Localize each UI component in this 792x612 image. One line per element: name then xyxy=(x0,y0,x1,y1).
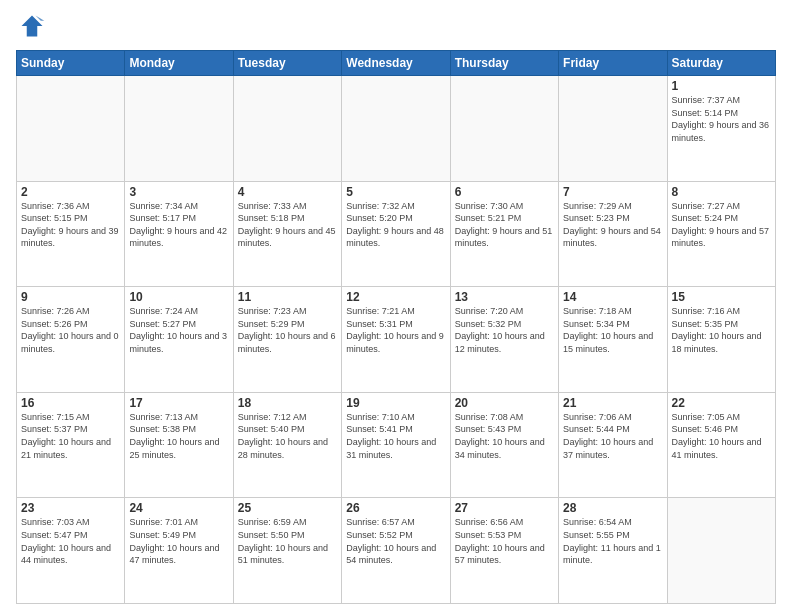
weekday-header: Monday xyxy=(125,51,233,76)
day-info: Sunrise: 6:56 AM Sunset: 5:53 PM Dayligh… xyxy=(455,516,554,566)
day-info: Sunrise: 7:10 AM Sunset: 5:41 PM Dayligh… xyxy=(346,411,445,461)
calendar-table: SundayMondayTuesdayWednesdayThursdayFrid… xyxy=(16,50,776,604)
svg-marker-1 xyxy=(36,16,45,21)
day-info: Sunrise: 7:32 AM Sunset: 5:20 PM Dayligh… xyxy=(346,200,445,250)
calendar-cell: 7Sunrise: 7:29 AM Sunset: 5:23 PM Daylig… xyxy=(559,181,667,287)
day-info: Sunrise: 7:18 AM Sunset: 5:34 PM Dayligh… xyxy=(563,305,662,355)
day-number: 21 xyxy=(563,396,662,410)
day-number: 2 xyxy=(21,185,120,199)
calendar-cell: 15Sunrise: 7:16 AM Sunset: 5:35 PM Dayli… xyxy=(667,287,775,393)
header xyxy=(16,12,776,44)
day-info: Sunrise: 7:15 AM Sunset: 5:37 PM Dayligh… xyxy=(21,411,120,461)
day-number: 16 xyxy=(21,396,120,410)
day-number: 6 xyxy=(455,185,554,199)
calendar-cell: 13Sunrise: 7:20 AM Sunset: 5:32 PM Dayli… xyxy=(450,287,558,393)
day-info: Sunrise: 7:21 AM Sunset: 5:31 PM Dayligh… xyxy=(346,305,445,355)
calendar-cell: 1Sunrise: 7:37 AM Sunset: 5:14 PM Daylig… xyxy=(667,76,775,182)
weekday-header: Thursday xyxy=(450,51,558,76)
calendar-cell: 26Sunrise: 6:57 AM Sunset: 5:52 PM Dayli… xyxy=(342,498,450,604)
calendar-cell: 4Sunrise: 7:33 AM Sunset: 5:18 PM Daylig… xyxy=(233,181,341,287)
day-number: 3 xyxy=(129,185,228,199)
day-info: Sunrise: 7:08 AM Sunset: 5:43 PM Dayligh… xyxy=(455,411,554,461)
logo-icon xyxy=(18,12,46,40)
calendar-cell xyxy=(450,76,558,182)
day-info: Sunrise: 7:05 AM Sunset: 5:46 PM Dayligh… xyxy=(672,411,771,461)
day-info: Sunrise: 7:34 AM Sunset: 5:17 PM Dayligh… xyxy=(129,200,228,250)
logo xyxy=(16,12,48,44)
day-number: 5 xyxy=(346,185,445,199)
day-number: 12 xyxy=(346,290,445,304)
day-number: 25 xyxy=(238,501,337,515)
day-number: 27 xyxy=(455,501,554,515)
day-info: Sunrise: 7:01 AM Sunset: 5:49 PM Dayligh… xyxy=(129,516,228,566)
weekday-header: Friday xyxy=(559,51,667,76)
day-info: Sunrise: 7:12 AM Sunset: 5:40 PM Dayligh… xyxy=(238,411,337,461)
calendar-cell: 14Sunrise: 7:18 AM Sunset: 5:34 PM Dayli… xyxy=(559,287,667,393)
calendar-cell: 8Sunrise: 7:27 AM Sunset: 5:24 PM Daylig… xyxy=(667,181,775,287)
day-info: Sunrise: 7:20 AM Sunset: 5:32 PM Dayligh… xyxy=(455,305,554,355)
weekday-header: Wednesday xyxy=(342,51,450,76)
day-info: Sunrise: 7:06 AM Sunset: 5:44 PM Dayligh… xyxy=(563,411,662,461)
day-number: 28 xyxy=(563,501,662,515)
day-info: Sunrise: 6:57 AM Sunset: 5:52 PM Dayligh… xyxy=(346,516,445,566)
day-number: 17 xyxy=(129,396,228,410)
day-number: 14 xyxy=(563,290,662,304)
weekday-header: Sunday xyxy=(17,51,125,76)
day-number: 1 xyxy=(672,79,771,93)
weekday-header: Tuesday xyxy=(233,51,341,76)
day-number: 11 xyxy=(238,290,337,304)
day-number: 24 xyxy=(129,501,228,515)
day-number: 7 xyxy=(563,185,662,199)
calendar-cell: 2Sunrise: 7:36 AM Sunset: 5:15 PM Daylig… xyxy=(17,181,125,287)
day-number: 8 xyxy=(672,185,771,199)
weekday-header: Saturday xyxy=(667,51,775,76)
calendar-cell: 19Sunrise: 7:10 AM Sunset: 5:41 PM Dayli… xyxy=(342,392,450,498)
day-number: 15 xyxy=(672,290,771,304)
day-number: 22 xyxy=(672,396,771,410)
day-info: Sunrise: 7:24 AM Sunset: 5:27 PM Dayligh… xyxy=(129,305,228,355)
day-info: Sunrise: 7:37 AM Sunset: 5:14 PM Dayligh… xyxy=(672,94,771,144)
day-info: Sunrise: 7:13 AM Sunset: 5:38 PM Dayligh… xyxy=(129,411,228,461)
calendar-cell: 11Sunrise: 7:23 AM Sunset: 5:29 PM Dayli… xyxy=(233,287,341,393)
day-info: Sunrise: 7:36 AM Sunset: 5:15 PM Dayligh… xyxy=(21,200,120,250)
day-number: 10 xyxy=(129,290,228,304)
calendar-cell: 16Sunrise: 7:15 AM Sunset: 5:37 PM Dayli… xyxy=(17,392,125,498)
day-info: Sunrise: 7:23 AM Sunset: 5:29 PM Dayligh… xyxy=(238,305,337,355)
calendar-cell: 3Sunrise: 7:34 AM Sunset: 5:17 PM Daylig… xyxy=(125,181,233,287)
day-info: Sunrise: 7:03 AM Sunset: 5:47 PM Dayligh… xyxy=(21,516,120,566)
page: SundayMondayTuesdayWednesdayThursdayFrid… xyxy=(0,0,792,612)
calendar-cell xyxy=(233,76,341,182)
day-number: 26 xyxy=(346,501,445,515)
day-number: 13 xyxy=(455,290,554,304)
day-info: Sunrise: 7:33 AM Sunset: 5:18 PM Dayligh… xyxy=(238,200,337,250)
day-number: 18 xyxy=(238,396,337,410)
calendar-cell: 5Sunrise: 7:32 AM Sunset: 5:20 PM Daylig… xyxy=(342,181,450,287)
day-number: 20 xyxy=(455,396,554,410)
day-number: 4 xyxy=(238,185,337,199)
day-info: Sunrise: 6:59 AM Sunset: 5:50 PM Dayligh… xyxy=(238,516,337,566)
calendar-cell: 25Sunrise: 6:59 AM Sunset: 5:50 PM Dayli… xyxy=(233,498,341,604)
calendar-cell: 10Sunrise: 7:24 AM Sunset: 5:27 PM Dayli… xyxy=(125,287,233,393)
calendar-cell: 6Sunrise: 7:30 AM Sunset: 5:21 PM Daylig… xyxy=(450,181,558,287)
calendar-cell: 17Sunrise: 7:13 AM Sunset: 5:38 PM Dayli… xyxy=(125,392,233,498)
calendar-cell: 27Sunrise: 6:56 AM Sunset: 5:53 PM Dayli… xyxy=(450,498,558,604)
calendar-cell xyxy=(17,76,125,182)
calendar-cell: 21Sunrise: 7:06 AM Sunset: 5:44 PM Dayli… xyxy=(559,392,667,498)
calendar-cell xyxy=(559,76,667,182)
day-info: Sunrise: 7:29 AM Sunset: 5:23 PM Dayligh… xyxy=(563,200,662,250)
calendar-cell: 24Sunrise: 7:01 AM Sunset: 5:49 PM Dayli… xyxy=(125,498,233,604)
calendar-cell xyxy=(125,76,233,182)
calendar-cell: 23Sunrise: 7:03 AM Sunset: 5:47 PM Dayli… xyxy=(17,498,125,604)
calendar-cell xyxy=(667,498,775,604)
day-number: 9 xyxy=(21,290,120,304)
calendar-cell: 20Sunrise: 7:08 AM Sunset: 5:43 PM Dayli… xyxy=(450,392,558,498)
day-info: Sunrise: 7:26 AM Sunset: 5:26 PM Dayligh… xyxy=(21,305,120,355)
day-info: Sunrise: 7:30 AM Sunset: 5:21 PM Dayligh… xyxy=(455,200,554,250)
calendar-cell: 12Sunrise: 7:21 AM Sunset: 5:31 PM Dayli… xyxy=(342,287,450,393)
calendar-cell: 9Sunrise: 7:26 AM Sunset: 5:26 PM Daylig… xyxy=(17,287,125,393)
day-number: 23 xyxy=(21,501,120,515)
calendar-cell xyxy=(342,76,450,182)
calendar-cell: 18Sunrise: 7:12 AM Sunset: 5:40 PM Dayli… xyxy=(233,392,341,498)
day-number: 19 xyxy=(346,396,445,410)
calendar-cell: 28Sunrise: 6:54 AM Sunset: 5:55 PM Dayli… xyxy=(559,498,667,604)
